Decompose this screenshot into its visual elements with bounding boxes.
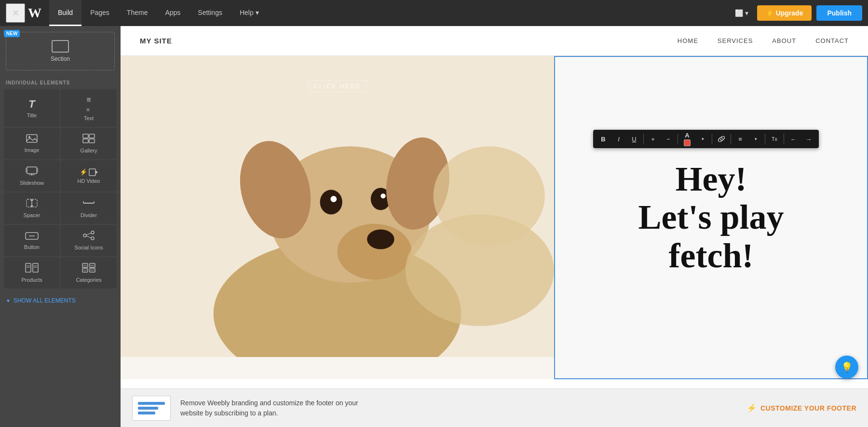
hero-text-area[interactable]: Hey! Let's play fetch! — [554, 56, 868, 379]
fp-line-2 — [138, 407, 158, 410]
footer-preview-lines — [135, 399, 168, 417]
align-dropdown[interactable]: ▾ — [748, 132, 763, 146]
upgrade-button[interactable]: ⚡ Upgrade — [757, 5, 812, 21]
redo-button[interactable]: → — [801, 132, 816, 146]
tab-pages[interactable]: Pages — [81, 0, 118, 26]
svg-point-45 — [330, 196, 337, 202]
hero-image-area[interactable]: CLICK HERE — [121, 56, 554, 379]
site-nav: HOME SERVICES ABOUT CONTACT — [678, 37, 849, 44]
toolbar-separator-2 — [678, 134, 678, 144]
italic-button[interactable]: I — [611, 132, 626, 146]
element-divider[interactable]: Divider — [61, 193, 117, 224]
element-button-label: Button — [24, 244, 40, 250]
new-badge: NEW — [4, 30, 20, 37]
color-indicator — [684, 139, 691, 146]
tab-apps[interactable]: Apps — [156, 0, 189, 26]
device-selector[interactable]: ⬜ ▾ — [731, 7, 752, 19]
svg-line-22 — [86, 233, 91, 235]
svg-point-19 — [83, 234, 86, 237]
tab-settings[interactable]: Settings — [189, 0, 231, 26]
svg-rect-4 — [83, 139, 88, 143]
main-layout: NEW Section INDIVIDUAL ELEMENTS T Title … — [0, 26, 868, 427]
element-gallery[interactable]: Gallery — [61, 128, 117, 159]
nav-contact[interactable]: CONTACT — [815, 37, 849, 44]
customize-footer-button[interactable]: ⚡ CUSTOMIZE YOUR FOOTER — [747, 403, 857, 413]
svg-rect-6 — [27, 167, 37, 174]
align-button[interactable]: ≡ — [733, 132, 747, 146]
svg-rect-25 — [33, 263, 38, 272]
svg-rect-7 — [26, 168, 27, 173]
divider-icon — [82, 198, 95, 210]
nav-about[interactable]: ABOUT — [772, 37, 796, 44]
font-color-dropdown[interactable]: ▾ — [695, 132, 710, 146]
site-header: MY SITE HOME SERVICES ABOUT CONTACT — [121, 26, 868, 56]
close-icon: ✕ — [12, 8, 19, 18]
elements-grid: T Title ≡≡ Text Image — [0, 87, 121, 290]
element-text-label: Text — [84, 115, 94, 121]
svg-line-23 — [86, 236, 91, 238]
undo-button[interactable]: ← — [786, 132, 800, 146]
section-add-block[interactable]: Section — [6, 32, 115, 70]
element-slideshow[interactable]: Slideshow — [4, 160, 60, 192]
svg-point-42 — [367, 229, 394, 249]
element-products-label: Products — [21, 277, 42, 283]
toolbar-separator-3 — [712, 134, 712, 144]
link-button[interactable] — [714, 132, 729, 146]
svg-rect-24 — [26, 263, 31, 272]
svg-marker-13 — [95, 170, 98, 174]
element-image[interactable]: Image — [4, 128, 60, 159]
sidebar-section-item: NEW Section — [0, 26, 121, 76]
element-social-icons-label: Social Icons — [74, 245, 103, 250]
spacer-icon — [26, 198, 38, 210]
font-size-increase-button[interactable]: + — [646, 132, 660, 146]
element-products[interactable]: Products — [4, 257, 60, 289]
elements-heading: INDIVIDUAL ELEMENTS — [0, 76, 121, 87]
element-spacer[interactable]: Spacer — [4, 193, 60, 224]
close-button[interactable]: ✕ — [6, 3, 25, 23]
font-size-decrease-button[interactable]: − — [661, 132, 676, 146]
show-all-elements-button[interactable]: ▼ SHOW ALL ELEMENTS — [0, 292, 121, 309]
element-title[interactable]: T Title — [4, 89, 60, 127]
help-fab-button[interactable]: 💡 — [835, 356, 858, 379]
help-icon: 💡 — [841, 361, 853, 373]
svg-rect-5 — [89, 139, 95, 143]
element-social-icons[interactable]: Social Icons — [61, 225, 117, 256]
font-color-button[interactable]: A — [680, 132, 694, 146]
tab-build[interactable]: Build — [49, 0, 81, 26]
footer-text: Remove Weebly branding and customize the… — [180, 398, 737, 418]
element-title-label: Title — [27, 112, 37, 118]
footer-preview — [132, 396, 171, 421]
svg-rect-0 — [27, 135, 37, 142]
title-icon: T — [28, 98, 35, 110]
font-color-icon: A — [685, 132, 689, 139]
svg-point-11 — [33, 174, 35, 176]
element-categories[interactable]: Categories — [61, 257, 117, 289]
publish-button[interactable]: Publish — [816, 5, 862, 21]
bold-button[interactable]: B — [596, 132, 610, 146]
element-hd-video[interactable]: ⚡ HD Video — [61, 160, 117, 192]
tab-help[interactable]: Help ▾ — [231, 0, 268, 26]
svg-point-43 — [320, 190, 342, 214]
fp-line-3 — [138, 412, 155, 414]
svg-point-9 — [29, 174, 31, 176]
section-label: Section — [51, 55, 70, 62]
top-bar: ✕ W Build Pages Theme Apps Settings Help… — [0, 0, 868, 26]
element-text[interactable]: ≡≡ Text — [61, 89, 117, 127]
sidebar: NEW Section INDIVIDUAL ELEMENTS T Title … — [0, 26, 121, 427]
text-icon: ≡≡ — [86, 95, 91, 113]
svg-point-10 — [31, 174, 33, 176]
nav-services[interactable]: SERVICES — [718, 37, 753, 44]
svg-point-46 — [380, 193, 385, 198]
canvas: MY SITE HOME SERVICES ABOUT CONTACT B I … — [121, 26, 868, 427]
hero-text-content: Hey! Let's play fetch! — [619, 141, 803, 294]
text-style-button[interactable]: Tx — [767, 132, 782, 146]
toolbar-separator-6 — [784, 134, 784, 144]
element-button[interactable]: Button — [4, 225, 60, 256]
svg-point-52 — [434, 146, 545, 245]
svg-point-20 — [91, 231, 94, 234]
toolbar-separator-1 — [643, 134, 644, 144]
tab-theme[interactable]: Theme — [118, 0, 157, 26]
underline-button[interactable]: U — [627, 132, 641, 146]
nav-home[interactable]: HOME — [678, 37, 698, 44]
gallery-icon — [82, 134, 95, 146]
